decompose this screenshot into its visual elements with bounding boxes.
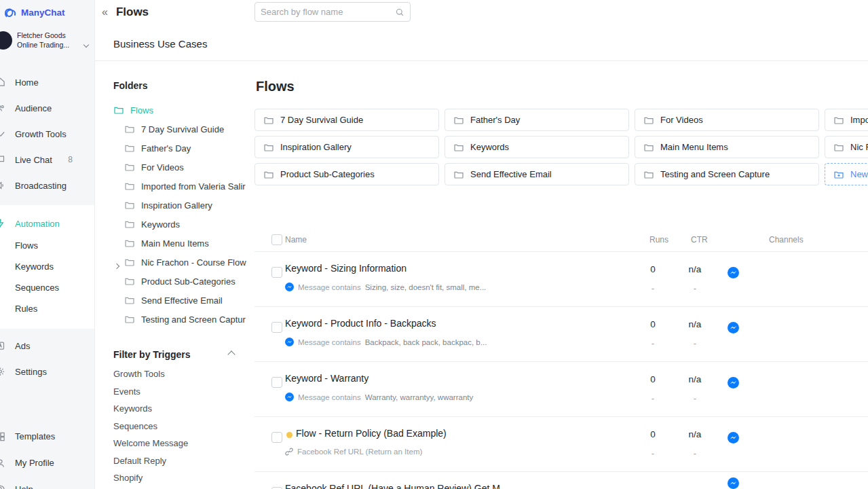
folder-card-label: Testing and Screen Capture bbox=[660, 169, 770, 179]
runs-value: 0 bbox=[643, 319, 663, 329]
folders-panel-title: Folders bbox=[113, 80, 246, 91]
folder-card[interactable]: 7 Day Survival Guide bbox=[254, 109, 439, 131]
sidebar-item-flows[interactable]: Flows bbox=[0, 235, 94, 256]
trigger-label: Message contains bbox=[298, 393, 361, 401]
folder-card[interactable]: Father's Day bbox=[445, 109, 629, 131]
tertiary-nav: Templates My Profile Help bbox=[0, 423, 94, 489]
sidebar-item-automation[interactable]: Automation bbox=[0, 212, 94, 235]
sidebar-item-growth-tools[interactable]: Growth Tools bbox=[0, 121, 94, 147]
ctr-value: n/a bbox=[685, 429, 705, 439]
flow-title[interactable]: Flow - Return Policy (Bad Example) bbox=[296, 428, 447, 439]
ctr-value: n/a bbox=[685, 264, 705, 274]
flow-title[interactable]: Facebook Ref URL (Have a Human Review) G… bbox=[285, 483, 508, 489]
messenger-channel-icon bbox=[728, 477, 739, 489]
folder-card[interactable]: For Videos bbox=[635, 109, 819, 131]
column-header-channels[interactable]: Channels bbox=[769, 235, 804, 244]
folder-tree-item[interactable]: Inspiration Gallery bbox=[113, 196, 246, 215]
table-row[interactable]: Keyword - Sizing Information Message con… bbox=[254, 252, 868, 307]
select-all-checkbox[interactable] bbox=[271, 234, 282, 245]
folder-tree-item[interactable]: Keywords bbox=[113, 215, 246, 234]
folder-card[interactable]: Keywords bbox=[445, 136, 629, 158]
sidebar-item-label: Growth Tools bbox=[15, 129, 67, 139]
sidebar-item-help[interactable]: Help bbox=[0, 476, 94, 489]
folder-tree-item[interactable]: Send Effective Email bbox=[113, 291, 246, 310]
filter-item-default-reply[interactable]: Default Reply bbox=[113, 452, 246, 470]
sidebar-item-home[interactable]: Home bbox=[0, 69, 94, 95]
filter-item-keywords[interactable]: Keywords bbox=[113, 400, 246, 418]
filter-by-triggers-title[interactable]: Filter by Triggers bbox=[113, 349, 234, 360]
folder-tree-item-flows-root[interactable]: Flows bbox=[113, 101, 246, 120]
flow-title[interactable]: Keyword - Sizing Information bbox=[285, 263, 407, 274]
filter-item-sequences[interactable]: Sequences bbox=[113, 418, 246, 435]
folder-card[interactable]: Nic Frachon - Course Flow bbox=[825, 136, 868, 158]
collapse-panel-icon[interactable]: « bbox=[102, 7, 108, 18]
sidebar-item-my-profile[interactable]: My Profile bbox=[0, 450, 94, 476]
chat-bubble-icon bbox=[0, 155, 5, 165]
filter-item-welcome-message[interactable]: Welcome Message bbox=[113, 435, 246, 452]
table-row[interactable]: Keyword - Warranty Message contains Warr… bbox=[254, 362, 868, 417]
link-icon bbox=[285, 448, 293, 456]
megaphone-icon bbox=[0, 181, 5, 191]
ctr-sub: - bbox=[685, 283, 705, 293]
search-input[interactable] bbox=[261, 7, 395, 17]
chevron-up-icon bbox=[227, 350, 235, 358]
page-title: Flows bbox=[116, 5, 149, 19]
folder-card[interactable]: Testing and Screen Capture bbox=[635, 163, 819, 185]
column-header-runs[interactable]: Runs bbox=[649, 235, 668, 244]
folder-tree-item[interactable]: Main Menu Items bbox=[113, 234, 246, 253]
row-checkbox[interactable] bbox=[271, 377, 282, 388]
row-checkbox[interactable] bbox=[271, 322, 282, 333]
folder-card[interactable]: Product Sub-Categories bbox=[254, 163, 439, 185]
breadcrumb[interactable]: Business Use Cases bbox=[113, 38, 207, 50]
folder-tree-item-expandable[interactable]: Nic Frachon - Course Flow bbox=[113, 253, 246, 272]
filter-item-growth-tools[interactable]: Growth Tools bbox=[113, 365, 246, 383]
sidebar-item-ads[interactable]: Ads bbox=[0, 333, 94, 359]
sidebar-item-live-chat[interactable]: Live Chat 8 bbox=[0, 147, 94, 173]
folder-tree-label: For Videos bbox=[141, 162, 184, 173]
sidebar-item-rules[interactable]: Rules bbox=[0, 298, 94, 319]
chevron-right-icon[interactable] bbox=[115, 260, 119, 270]
folder-icon bbox=[124, 181, 135, 192]
folder-card[interactable]: Main Menu Items bbox=[635, 136, 819, 158]
flow-title[interactable]: Keyword - Warranty bbox=[285, 373, 369, 384]
sidebar-item-sequences[interactable]: Sequences bbox=[0, 277, 94, 298]
folder-card[interactable]: Inspiration Gallery bbox=[254, 136, 439, 158]
sidebar-item-keywords[interactable]: Keywords bbox=[0, 256, 94, 277]
messenger-icon bbox=[285, 283, 294, 291]
filter-item-shopify[interactable]: Shopify bbox=[113, 469, 246, 487]
column-header-ctr[interactable]: CTR bbox=[691, 235, 708, 244]
flow-title[interactable]: Keyword - Product Info - Backpacks bbox=[285, 318, 436, 329]
ads-icon bbox=[0, 341, 5, 351]
folder-icon bbox=[124, 238, 135, 249]
brand-name: ManyChat bbox=[21, 7, 65, 18]
ctr-value: n/a bbox=[685, 319, 705, 329]
folder-tree-item[interactable]: 7 Day Survival Guide bbox=[113, 120, 246, 139]
growth-tools-icon bbox=[0, 129, 5, 139]
new-folder-button[interactable]: New Folder bbox=[825, 163, 868, 185]
folder-tree-item[interactable]: Imported from Valeria Salir bbox=[113, 177, 246, 196]
folder-icon bbox=[124, 143, 135, 153]
folder-card-label: Keywords bbox=[470, 142, 509, 152]
table-row[interactable]: Flow - Return Policy (Bad Example) Faceb… bbox=[254, 417, 868, 472]
messenger-channel-icon bbox=[728, 377, 739, 388]
sidebar-item-audience[interactable]: Audience bbox=[0, 95, 94, 121]
sidebar-item-templates[interactable]: Templates bbox=[0, 423, 94, 450]
column-header-name[interactable]: Name bbox=[285, 235, 307, 244]
sidebar-item-broadcasting[interactable]: Broadcasting bbox=[0, 173, 94, 198]
folder-tree-item[interactable]: Father's Day bbox=[113, 139, 246, 158]
row-checkbox[interactable] bbox=[271, 267, 282, 278]
messenger-icon bbox=[285, 338, 294, 346]
row-checkbox[interactable] bbox=[271, 432, 282, 443]
table-row[interactable]: Facebook Ref URL (Have a Human Review) G… bbox=[254, 472, 868, 489]
folder-icon bbox=[124, 162, 135, 173]
folder-tree-item[interactable]: For Videos bbox=[113, 158, 246, 177]
folder-tree-item[interactable]: Testing and Screen Captur bbox=[113, 310, 246, 329]
folder-tree-item[interactable]: Product Sub-Categories bbox=[113, 272, 246, 291]
folder-card[interactable]: Imported from Valeria Salir bbox=[825, 109, 868, 131]
folder-card[interactable]: Send Effective Email bbox=[445, 163, 629, 185]
sidebar-item-settings[interactable]: Settings bbox=[0, 359, 94, 384]
table-row[interactable]: Keyword - Product Info - Backpacks Messa… bbox=[254, 307, 868, 362]
filter-item-events[interactable]: Events bbox=[113, 383, 246, 401]
account-switcher[interactable]: Fletcher Goods Online Trading... bbox=[0, 24, 94, 56]
brand[interactable]: ManyChat bbox=[0, 0, 94, 24]
